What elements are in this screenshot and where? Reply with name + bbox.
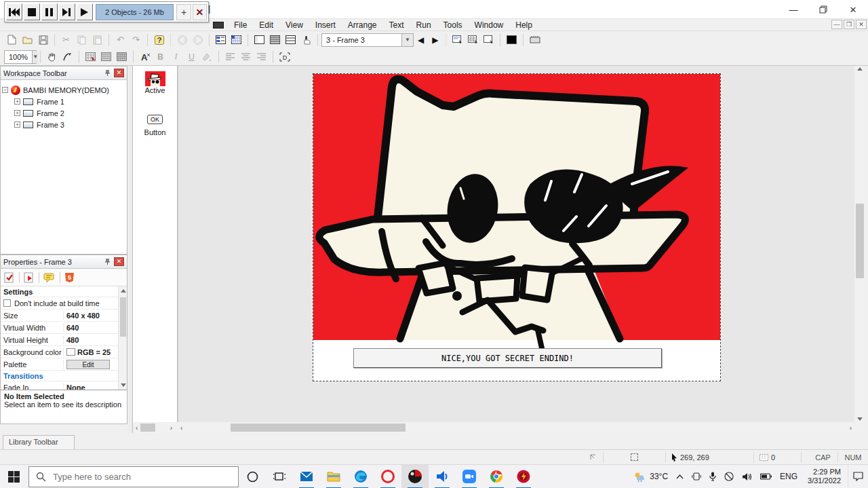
scroll-down-icon[interactable]	[119, 381, 127, 390]
tray-expand-button[interactable]	[673, 465, 687, 488]
tree-item-frame2[interactable]: + Frame 2	[2, 107, 125, 119]
grid-snap-button[interactable]	[83, 50, 98, 64]
tree-item-frame1[interactable]: + Frame 1	[2, 96, 125, 107]
bold-button[interactable]: B	[153, 50, 168, 64]
pan-tool-button[interactable]	[44, 50, 60, 64]
save-button[interactable]	[35, 33, 51, 48]
scroll-right-icon[interactable]: ›	[847, 424, 854, 432]
paste-button[interactable]	[90, 33, 105, 48]
property-row-virtual-width[interactable]: Virtual Width 640	[1, 322, 118, 334]
scroll-up-icon[interactable]	[119, 286, 127, 295]
data-elements-button[interactable]	[298, 33, 314, 48]
settings-tab-icon[interactable]	[4, 272, 15, 283]
property-row-virtual-height[interactable]: Virtual Height 480	[1, 334, 118, 346]
start-button[interactable]	[0, 465, 27, 488]
tray-volume[interactable]	[738, 465, 755, 488]
redo-button[interactable]: ↷	[128, 33, 144, 48]
italic-button[interactable]: I	[168, 50, 184, 64]
properties-close-button[interactable]: ✕	[114, 257, 124, 266]
virtual-width-value[interactable]: 640	[64, 324, 118, 332]
menu-help[interactable]: Help	[509, 20, 538, 30]
minimize-button[interactable]: —	[778, 0, 808, 19]
storyboard-editor-button[interactable]	[213, 33, 229, 48]
align-right-button[interactable]	[254, 50, 269, 64]
menu-window[interactable]: Window	[469, 20, 510, 30]
frame-size-button[interactable]	[481, 33, 496, 48]
menu-insert[interactable]: Insert	[309, 20, 342, 30]
property-row-size[interactable]: Size 640 x 480	[1, 309, 118, 322]
align-center-button[interactable]	[238, 50, 254, 64]
secret-ending-button-object[interactable]: NICE,YOU GOT SECRET ENDIND!	[353, 348, 662, 368]
menu-edit[interactable]: Edit	[253, 20, 279, 30]
tree-item-frame3[interactable]: + Frame 3	[2, 119, 125, 130]
scroll-right-icon[interactable]: ›	[167, 424, 175, 432]
tray-rotation-lock[interactable]	[688, 465, 705, 488]
frame-properties-button[interactable]	[450, 33, 465, 48]
scroll-left-icon[interactable]: ‹	[133, 424, 140, 432]
search-input[interactable]	[53, 472, 222, 482]
run-tab[interactable]: 2 Objects - 26 Mb	[96, 4, 174, 20]
property-row-build[interactable]: Don't include at build time	[1, 297, 118, 309]
expand-icon[interactable]: +	[14, 110, 20, 116]
language-indicator[interactable]: ENG	[776, 465, 801, 488]
menu-view[interactable]: View	[279, 20, 309, 30]
tray-battery[interactable]	[757, 465, 775, 488]
opera-browser-button[interactable]	[374, 465, 401, 488]
expand-icon[interactable]: +	[14, 121, 20, 128]
menu-tools[interactable]: Tools	[437, 20, 469, 30]
scroll-down-icon[interactable]	[857, 417, 863, 421]
object-item-active[interactable]: Active	[133, 71, 177, 94]
edge-browser-button[interactable]	[347, 465, 374, 488]
html5-tab-icon[interactable]: 5	[64, 272, 75, 283]
zoom-selector[interactable]: 100% ▼	[4, 50, 37, 64]
properties-scrollbar[interactable]	[118, 286, 127, 390]
action-center-button[interactable]	[848, 465, 868, 488]
event-editor-button[interactable]	[252, 33, 267, 48]
transitions-section-header[interactable]: Transitions	[1, 371, 118, 381]
crop-resize-button[interactable]: D	[277, 50, 292, 64]
edit-tool-button[interactable]	[60, 50, 75, 64]
previous-frame-button[interactable]: ◀	[414, 35, 428, 45]
tray-network[interactable]	[721, 465, 737, 488]
runtime-tab-icon[interactable]	[24, 272, 35, 283]
stop-button[interactable]	[24, 3, 40, 20]
frame-editor-canvas[interactable]: NICE,YOU GOT SECRET ENDIND!	[178, 66, 854, 422]
virtual-height-value[interactable]: 480	[64, 336, 118, 344]
text-color-button[interactable]	[199, 50, 215, 64]
play-button[interactable]	[77, 3, 93, 20]
task-view-button[interactable]	[266, 465, 293, 488]
property-row-background-color[interactable]: Background color RGB = 25	[1, 346, 118, 358]
menu-file[interactable]: File	[228, 20, 253, 30]
menu-run[interactable]: Run	[410, 20, 437, 30]
scrollbar-thumb[interactable]	[231, 424, 406, 432]
white-color-swatch[interactable]	[66, 348, 75, 356]
fade-in-value[interactable]: None	[64, 383, 118, 390]
cut-button[interactable]: ✂	[58, 33, 74, 48]
canvas-horizontal-scrollbar[interactable]: ‹ ›	[178, 422, 854, 433]
close-button[interactable]: ✕	[838, 0, 868, 19]
menu-arrange[interactable]: Arrange	[342, 20, 383, 30]
grid-options-button[interactable]	[114, 50, 130, 64]
zoom-app-button[interactable]	[456, 465, 483, 488]
object-panel-scrollbar[interactable]: ‹ ›	[133, 422, 175, 433]
library-toolbar-tab[interactable]: Library Toolbar	[3, 435, 75, 449]
new-button[interactable]	[4, 33, 20, 48]
scrollbar-thumb[interactable]	[120, 297, 126, 337]
open-button[interactable]	[20, 33, 35, 48]
show-grid-button[interactable]	[98, 50, 114, 64]
scroll-up-icon[interactable]	[857, 67, 863, 71]
canvas-vertical-scrollbar[interactable]	[854, 66, 865, 422]
copy-button[interactable]	[74, 33, 90, 48]
tree-root[interactable]: − BAMBI MEMORY(DEMO)	[2, 84, 125, 96]
weather-widget[interactable]: 33°C	[630, 465, 671, 488]
about-tab-icon[interactable]	[43, 272, 56, 283]
zoom-chevron-icon[interactable]: ▼	[32, 51, 38, 63]
chrome-browser-button[interactable]	[483, 465, 510, 488]
frame-area[interactable]: NICE,YOU GOT SECRET ENDIND!	[313, 73, 721, 381]
undo-button[interactable]: ↶	[113, 33, 128, 48]
restore-button[interactable]	[808, 0, 838, 19]
mail-app-button[interactable]	[293, 465, 320, 488]
mdi-minimize-button[interactable]: —	[831, 20, 842, 29]
event-grid-button[interactable]	[267, 33, 283, 48]
checkbox-icon[interactable]	[3, 299, 11, 307]
